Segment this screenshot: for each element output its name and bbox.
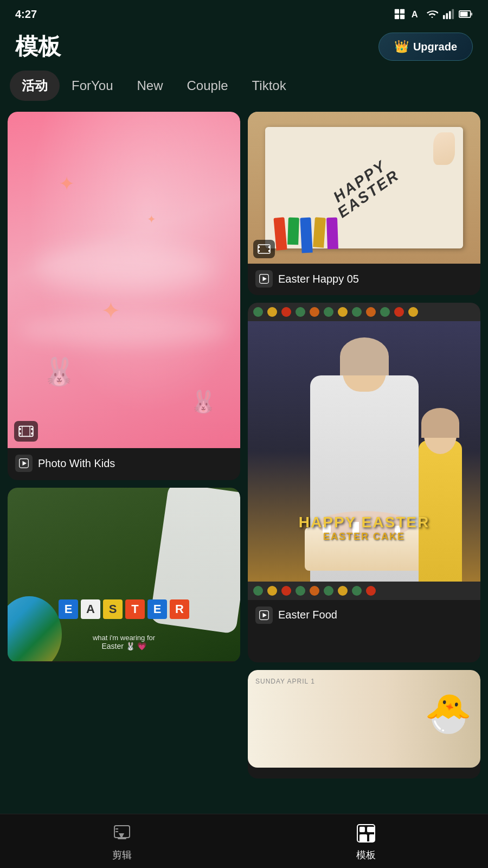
nav-edit[interactable]: 剪辑: [110, 821, 134, 861]
outfit-subtext-1: what i'm wearing for: [8, 634, 240, 642]
star-decoration: ✦: [59, 173, 75, 195]
dot-10: [380, 307, 390, 317]
header: 模板 👑 Upgrade: [0, 27, 488, 71]
card-bottom-right[interactable]: SUNDAY APRIL 1 🐣: [248, 670, 480, 778]
easter-letters: E A S T E R: [8, 599, 240, 619]
svg-rect-25: [268, 250, 270, 252]
svg-rect-22: [258, 246, 260, 248]
tab-tiktok[interactable]: Tiktok: [240, 72, 298, 100]
bottom-partial-thumb: SUNDAY APRIL 1 🐣: [248, 670, 480, 768]
film-icon: [18, 424, 34, 439]
svg-rect-7: [449, 11, 451, 20]
tab-huodong[interactable]: 活动: [10, 71, 60, 101]
card-photo-with-kids[interactable]: ✦ ✦ ✦ 🐰 🐰: [8, 112, 240, 480]
status-time: 4:27: [15, 8, 37, 21]
easter-drawing-text: HAPPYEASTER: [326, 155, 402, 220]
dot-3: [281, 307, 291, 317]
card-easter-outfit[interactable]: E A S T E R what i'm wearing for Easter …: [8, 488, 240, 662]
outfit-subtext-2: Easter 🐰 💗: [8, 642, 240, 650]
svg-rect-38: [359, 834, 367, 842]
card-info-easter-happy: Easter Happy 05: [248, 264, 480, 294]
dot-6: [324, 307, 333, 317]
nav-edit-icon: [110, 821, 134, 845]
outfit-text: what i'm wearing for Easter 🐰 💗: [8, 634, 240, 650]
svg-marker-27: [263, 277, 267, 281]
template-grid: ✦ ✦ ✦ 🐰 🐰: [0, 112, 488, 779]
svg-rect-39: [369, 834, 375, 842]
dot-4: [296, 307, 305, 317]
nav-template-label: 模板: [356, 848, 376, 861]
tab-couple[interactable]: Couple: [175, 72, 240, 100]
svg-marker-20: [23, 461, 27, 465]
svg-rect-15: [31, 428, 33, 430]
battery-icon: [459, 8, 473, 20]
easter-food-title: HAPPY EASTER: [248, 514, 480, 531]
play-icon-easter-food: [255, 607, 273, 624]
tab-foryou[interactable]: ForYou: [60, 72, 125, 100]
nav-template[interactable]: 模板: [354, 821, 378, 861]
card-title-photo-with-kids: Photo With Kids: [38, 457, 115, 470]
gallery-icon: [394, 8, 406, 20]
svg-rect-3: [400, 15, 404, 19]
svg-text:A: A: [412, 9, 418, 19]
card-easter-food[interactable]: HAPPY EASTER EASTER CAKE Easter Food: [248, 303, 480, 662]
hand-visual: [433, 132, 455, 165]
card-info-photo-with-kids: Photo With Kids: [8, 448, 240, 478]
svg-rect-8: [452, 9, 454, 19]
crown-icon: 👑: [394, 40, 409, 54]
upgrade-label: Upgrade: [413, 41, 457, 53]
card-easter-happy[interactable]: HAPPYEASTER: [248, 112, 480, 295]
svg-rect-24: [268, 246, 270, 248]
play-icon-kids: [15, 455, 33, 472]
bunny-1: 🐰: [42, 356, 76, 387]
svg-rect-14: [19, 432, 21, 435]
upgrade-button[interactable]: 👑 Upgrade: [378, 33, 473, 61]
svg-rect-16: [31, 432, 33, 435]
svg-rect-5: [443, 15, 445, 19]
svg-rect-32: [118, 838, 126, 839]
nav-edit-label: 剪辑: [112, 848, 132, 861]
film-badge-easter: [253, 240, 275, 258]
status-bar: 4:27 A: [0, 0, 488, 27]
svg-rect-11: [471, 12, 472, 15]
status-icons: A: [394, 8, 473, 20]
dot-2: [267, 307, 277, 317]
category-tabs: 活动 ForYou New Couple Tiktok: [0, 71, 488, 101]
cloud-2: [19, 314, 228, 346]
svg-rect-0: [395, 9, 399, 14]
date-tag: SUNDAY APRIL 1: [255, 678, 315, 685]
bunny-2: 🐰: [190, 389, 217, 414]
dot-1: [253, 307, 263, 317]
card-thumb-easter-happy: HAPPYEASTER: [248, 112, 480, 264]
dot-11: [394, 307, 404, 317]
dot-8: [352, 307, 362, 317]
easter-food-thumb: HAPPY EASTER EASTER CAKE: [248, 321, 480, 582]
svg-rect-10: [460, 12, 468, 17]
svg-rect-23: [258, 250, 260, 252]
film-badge: [14, 421, 38, 442]
nav-template-icon: [354, 821, 378, 845]
dots-strip-top: [248, 303, 480, 321]
bottom-nav: 剪辑 模板: [0, 814, 488, 868]
svg-marker-29: [263, 612, 267, 617]
card-title-easter-happy: Easter Happy 05: [278, 273, 359, 285]
card-title-easter-food: Easter Food: [278, 609, 337, 621]
play-icon-easter-happy: [255, 270, 273, 288]
chick-emoji: 🐣: [421, 681, 475, 746]
cloud-1: [31, 246, 217, 290]
card-thumb-photo-with-kids: ✦ ✦ ✦ 🐰 🐰: [8, 112, 240, 448]
card-info-easter-food: Easter Food: [248, 600, 480, 630]
page-title: 模板: [15, 31, 61, 62]
svg-rect-1: [400, 9, 404, 14]
wifi-icon: [426, 8, 438, 20]
svg-rect-36: [359, 827, 365, 832]
svg-rect-2: [395, 15, 399, 19]
font-icon: A: [410, 8, 422, 20]
easter-food-subtitle: EASTER CAKE: [248, 531, 480, 542]
signal-icon: [442, 8, 454, 20]
easter-food-text-overlay: HAPPY EASTER EASTER CAKE: [248, 514, 480, 542]
tab-new[interactable]: New: [125, 72, 175, 100]
dot-12: [408, 307, 418, 317]
svg-rect-13: [19, 428, 21, 430]
dots-strip-bottom: [248, 582, 480, 600]
